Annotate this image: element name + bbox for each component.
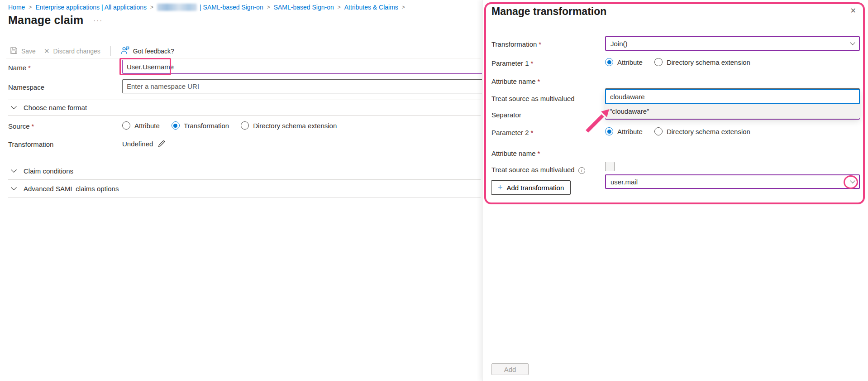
- radio-source-transformation[interactable]: Transformation: [172, 121, 229, 130]
- attribute-name-2-select[interactable]: user.mail: [605, 174, 860, 189]
- radio-source-attribute[interactable]: Attribute: [122, 121, 160, 130]
- toolbar-divider: [110, 46, 111, 56]
- save-button[interactable]: Save: [8, 46, 38, 57]
- discard-label: Discard changes: [53, 48, 100, 55]
- separator-label: Separator: [491, 111, 521, 119]
- overflow-menu-icon[interactable]: ···: [93, 16, 103, 24]
- breadcrumb-separator: >: [338, 4, 341, 10]
- treat-source-2-label: Treat source as multivaluedi: [491, 166, 585, 174]
- azure-portal-page: Home > Enterprise applications | All app…: [0, 0, 868, 381]
- breadcrumb-app-label: | SAML-based Sign-on: [200, 4, 263, 11]
- radio-icon: [241, 121, 249, 130]
- source-radio-group: Attribute Transformation Directory schem…: [122, 121, 337, 130]
- add-button-disabled[interactable]: Add: [491, 363, 529, 375]
- add-transformation-button[interactable]: + Add transformation: [491, 180, 571, 195]
- breadcrumb-saml-sign-on[interactable]: SAML-based Sign-on: [274, 4, 334, 11]
- treat-source-2-checkbox[interactable]: [605, 162, 615, 171]
- radio-icon: [654, 127, 663, 135]
- section-label: Claim conditions: [24, 167, 73, 175]
- parameter2-radio-group: Attribute Directory schema extension: [605, 127, 860, 135]
- radio-label: Attribute: [617, 128, 643, 135]
- attribute-name-2-label: Attribute name*: [491, 150, 540, 157]
- panel-title: Manage transformation: [491, 5, 606, 18]
- transformation-value-row: Undefined: [122, 140, 166, 148]
- info-icon: i: [578, 167, 585, 174]
- section-divider: [8, 162, 481, 162]
- breadcrumb-separator: >: [267, 4, 270, 10]
- parameter1-label: Parameter 1*: [491, 59, 533, 67]
- attribute-name-1-label: Attribute name*: [491, 77, 540, 85]
- chevron-down-icon: [850, 40, 855, 45]
- plus-icon: +: [498, 183, 503, 192]
- breadcrumb-app-saml-sign-on[interactable]: | SAML-based Sign-on: [157, 4, 263, 11]
- breadcrumb-separator: >: [29, 4, 32, 10]
- required-marker: *: [32, 122, 34, 130]
- radio-icon: [654, 58, 663, 66]
- treat-source-1-label: Treat source as multivalued: [491, 95, 575, 102]
- radio-param1-directory-schema[interactable]: Directory schema extension: [654, 58, 750, 66]
- chevron-down-icon: [11, 103, 17, 109]
- source-field-label: Source*: [8, 122, 34, 130]
- namespace-input[interactable]: [122, 79, 489, 93]
- chevron-down-icon: [850, 178, 855, 183]
- section-divider: [8, 115, 481, 116]
- required-marker: *: [531, 59, 534, 67]
- manage-claim-page: Home > Enterprise applications | All app…: [0, 0, 482, 381]
- section-choose-name-format[interactable]: Choose name format: [12, 104, 87, 111]
- radio-icon: [122, 121, 130, 130]
- breadcrumb-separator: >: [402, 4, 405, 10]
- transformation-field-label: Transformation: [8, 140, 53, 148]
- breadcrumb-enterprise-applications[interactable]: Enterprise applications | All applicatio…: [35, 4, 147, 11]
- section-claim-conditions[interactable]: Claim conditions: [12, 167, 73, 175]
- required-marker: *: [28, 64, 31, 72]
- breadcrumb-home[interactable]: Home: [8, 4, 25, 11]
- attribute-search-input[interactable]: [605, 89, 860, 104]
- breadcrumb-attributes-claims[interactable]: Attributes & Claims: [344, 4, 398, 11]
- got-feedback-button[interactable]: Got feedback?: [119, 45, 176, 57]
- breadcrumb: Home > Enterprise applications | All app…: [8, 4, 409, 11]
- section-divider: [8, 179, 481, 180]
- section-label: Choose name format: [24, 104, 87, 111]
- radio-label: Transformation: [184, 122, 229, 130]
- save-label: Save: [21, 48, 36, 55]
- radio-label: Attribute: [134, 122, 160, 130]
- radio-label: Directory schema extension: [253, 122, 337, 130]
- namespace-field-label: Namespace: [8, 83, 44, 91]
- toolbar-rule: [6, 58, 481, 58]
- radio-param2-attribute[interactable]: Attribute: [605, 127, 643, 135]
- radio-label: Directory schema extension: [667, 58, 750, 66]
- section-label: Advanced SAML claims options: [24, 185, 119, 193]
- attribute-dropdown-flyout: "cloudaware": [605, 89, 860, 118]
- radio-selected-icon: [172, 121, 180, 130]
- parameter2-label: Parameter 2*: [491, 129, 533, 136]
- redacted-app-name: [157, 4, 197, 11]
- panel-transformation-label: Transformation*: [491, 40, 541, 48]
- save-icon: [10, 47, 18, 56]
- radio-source-directory-schema[interactable]: Directory schema extension: [241, 121, 337, 130]
- name-input[interactable]: [122, 60, 489, 74]
- radio-param1-attribute[interactable]: Attribute: [605, 58, 643, 66]
- discard-icon: ✕: [44, 47, 50, 55]
- required-marker: *: [538, 150, 540, 157]
- section-divider: [8, 100, 481, 100]
- radio-label: Attribute: [617, 58, 643, 66]
- close-icon[interactable]: ✕: [850, 6, 856, 15]
- discard-changes-button[interactable]: ✕ Discard changes: [42, 46, 102, 56]
- chevron-down-icon: [11, 184, 17, 190]
- radio-param2-directory-schema[interactable]: Directory schema extension: [654, 127, 750, 135]
- dropdown-option-cloudaware[interactable]: "cloudaware": [605, 104, 860, 118]
- manage-transformation-panel: Manage transformation ✕ Transformation* …: [482, 0, 868, 381]
- transformation-value: Undefined: [122, 140, 153, 148]
- feedback-label: Got feedback?: [133, 48, 174, 55]
- required-marker: *: [531, 129, 534, 136]
- parameter1-radio-group: Attribute Directory schema extension: [605, 58, 860, 66]
- required-marker: *: [539, 40, 541, 48]
- section-advanced-saml-options[interactable]: Advanced SAML claims options: [12, 185, 119, 193]
- add-transformation-label: Add transformation: [507, 184, 564, 192]
- command-bar: Save ✕ Discard changes Got feedback?: [8, 45, 176, 57]
- required-marker: *: [538, 77, 540, 85]
- feedback-icon: [121, 46, 129, 56]
- edit-pencil-icon[interactable]: [157, 140, 166, 148]
- transformation-select[interactable]: Join(): [605, 36, 860, 51]
- panel-footer-divider: [483, 355, 868, 355]
